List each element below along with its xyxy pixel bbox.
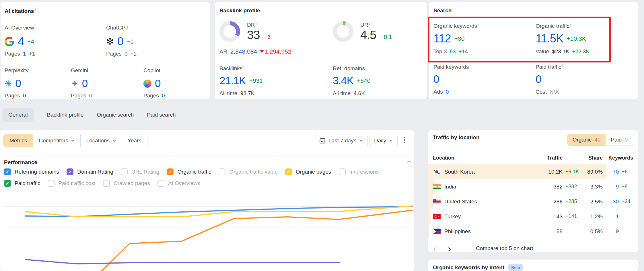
traffic-by-location-title: Traffic by location	[433, 134, 480, 141]
ai-citations-value[interactable]: 0	[117, 35, 123, 48]
backlinks-delta: +931	[249, 77, 263, 84]
paid-traffic-value[interactable]: 0	[536, 73, 541, 85]
traffic-value: 382	[535, 184, 563, 190]
toggle-organic[interactable]: Organic40	[567, 134, 606, 146]
keywords-value[interactable]: 70	[603, 169, 619, 175]
flag-icon-us	[433, 199, 441, 204]
tab-paid-search[interactable]: Paid search	[147, 108, 176, 122]
checkbox-url-rating[interactable]: URL Rating	[121, 168, 159, 175]
pages-label: Pages	[5, 51, 20, 57]
checkbox-crawled-pages[interactable]: Crawled pages	[103, 180, 150, 187]
location-row-united-states[interactable]: United States286+2852.5%30+24	[428, 194, 638, 209]
pages-value[interactable]: 0	[124, 51, 128, 57]
pages-value[interactable]: 0	[23, 93, 26, 99]
ar-label: AR	[219, 48, 227, 55]
keywords-value[interactable]: 9	[603, 184, 619, 190]
chevron-down-icon	[71, 140, 75, 142]
segment-competitors[interactable]: Competitors	[33, 134, 80, 147]
share-value: 89.0%	[581, 169, 603, 175]
keywords-value[interactable]: 1	[603, 213, 619, 220]
checkbox-organic-traffic[interactable]: ✓Organic traffic	[167, 168, 211, 175]
info-icon: i	[256, 21, 256, 25]
granularity-button[interactable]: Daily	[369, 134, 398, 147]
keywords-delta: +24	[619, 199, 633, 205]
paid-keywords-value[interactable]: 0	[433, 73, 439, 85]
triangle-down-icon	[260, 50, 264, 53]
pages-value[interactable]: 1	[23, 51, 26, 57]
keywords-by-intent-card: Organic keywords by intent Beta	[428, 260, 638, 271]
tab-organic-search[interactable]: Organic search	[97, 108, 134, 122]
ref-domains-alltime: 4.6K	[354, 90, 365, 96]
date-range-label: Last 7 days	[328, 138, 356, 144]
checkbox-ai-overviews[interactable]: AI Overviews	[157, 180, 200, 187]
top3-value[interactable]: 53	[450, 48, 456, 55]
info-icon: i	[478, 22, 479, 27]
ai-citation-copilot: Copilot0Pages0	[143, 67, 206, 99]
traffic-value-amount: $23.1K	[552, 48, 569, 55]
info-icon: i	[562, 63, 563, 68]
location-row-philippines[interactable]: Philippines580.5%9	[428, 224, 638, 239]
checkbox-organic-traffic-value[interactable]: Organic traffic value	[219, 168, 278, 175]
ar-value[interactable]: 2,848,084	[230, 48, 257, 55]
location-table-header: Location Traffic Share Keywords	[428, 153, 638, 163]
perplexity-icon: ✳	[5, 79, 12, 88]
checkbox-referring-domains[interactable]: ✓Referring domains	[4, 168, 59, 175]
performance-line-chart[interactable]	[0, 188, 414, 271]
ref-domains-block: Ref. domainsi 3.4K+540 All time 4.6K	[333, 65, 422, 96]
date-range-button[interactable]: Last 7 days	[315, 134, 368, 147]
toggle-paid[interactable]: Paid0	[606, 134, 633, 146]
keywords-value[interactable]: 30	[603, 199, 619, 205]
tab-general[interactable]: General	[2, 108, 34, 122]
ur-label: URi	[360, 21, 392, 28]
ref-domains-value[interactable]: 3.4K	[333, 75, 353, 87]
ai-citations-value[interactable]: 0	[155, 78, 161, 90]
more-options-kebab-icon[interactable]	[404, 137, 405, 143]
traffic-value: 143	[535, 213, 563, 220]
search-title: Search	[433, 7, 633, 14]
organic-keywords-value[interactable]: 112	[433, 32, 451, 45]
info-icon: i	[570, 22, 571, 27]
chevron-down-icon	[389, 140, 393, 142]
chevron-down-icon	[112, 140, 116, 142]
checkbox-impressions[interactable]: Impressions	[339, 168, 379, 175]
location-name: India	[444, 184, 456, 190]
copilot-icon	[143, 80, 151, 88]
backlinks-value[interactable]: 21.1K	[219, 75, 246, 87]
backlinks-block: Backlinksi 21.1K+931 All time 98.7K	[219, 65, 333, 96]
keywords-value[interactable]: 9	[603, 228, 619, 235]
pages-value[interactable]: 0	[162, 93, 165, 99]
pages-value[interactable]: 0	[89, 93, 92, 99]
checkbox-paid-traffic-cost[interactable]: Paid traffic cost	[48, 180, 96, 187]
checkbox-paid-traffic[interactable]: ✓Paid traffic	[4, 180, 40, 187]
ai-citations-value[interactable]: 0	[15, 78, 21, 90]
organic-traffic-value[interactable]: 11.5K	[536, 32, 563, 45]
chart-line-referring-domains	[25, 207, 412, 217]
flag-icon-tr	[433, 214, 441, 219]
traffic-delta: +9.1K	[563, 169, 581, 175]
search-card: Search Organic keywordsi 112+30 Top 353+…	[429, 2, 638, 99]
pages-label: Pages	[5, 93, 20, 99]
ai-citations-value[interactable]: 0	[82, 78, 88, 90]
location-row-south-korea[interactable]: South Korea10.2K+9.1K89.0%70+6	[428, 164, 638, 179]
location-row-india[interactable]: India382+3823.3%9+8	[428, 179, 638, 194]
pages-delta: +1	[29, 51, 35, 57]
ai-citations-value[interactable]: 4	[18, 35, 24, 48]
compare-top5-link[interactable]: Compare top 5 on chart	[476, 245, 533, 252]
segment-metrics[interactable]: Metrics	[4, 134, 33, 147]
info-icon: i	[35, 7, 36, 12]
ai-citation-ai-overview: AI Overview4+4Pages1+1	[5, 25, 106, 57]
segment-years[interactable]: Years	[122, 134, 147, 147]
prev-page-icon[interactable]: ‹	[433, 244, 448, 253]
tab-backlink-profile[interactable]: Backlink profile	[47, 108, 84, 122]
collapse-chevron-icon[interactable]	[407, 160, 411, 163]
backlink-profile-title: Backlink profile	[219, 7, 422, 14]
performance-card: MetricsCompetitorsLocationsYears Last 7 …	[0, 130, 414, 271]
checkbox-organic-pages[interactable]: ✓Organic pages	[285, 168, 331, 175]
chart-line-organic-traffic	[89, 210, 412, 271]
checkbox-domain-rating[interactable]: ✓Domain Rating	[67, 168, 113, 175]
next-page-icon[interactable]: ›	[448, 244, 463, 253]
segment-locations[interactable]: Locations	[81, 134, 122, 147]
location-row-turkey[interactable]: Turkey143+1411.2%1	[428, 209, 638, 224]
backlinks-alltime: 98.7K	[240, 90, 255, 96]
domain-rating-gauge	[219, 21, 240, 42]
